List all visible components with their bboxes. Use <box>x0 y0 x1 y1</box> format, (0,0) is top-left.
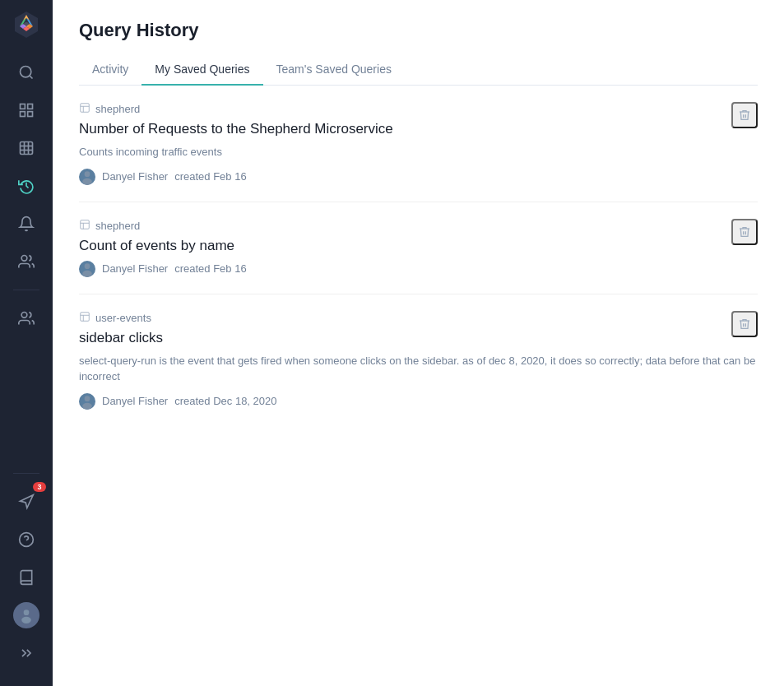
tab-my-saved-queries[interactable]: My Saved Queries <box>141 54 262 86</box>
delete-query-button[interactable] <box>731 102 758 128</box>
sidebar-divider-2 <box>13 473 39 474</box>
delete-query-button[interactable] <box>731 311 758 337</box>
query-created: created Feb 16 <box>174 262 246 275</box>
query-title[interactable]: Count of events by name <box>79 238 758 254</box>
trash-icon <box>738 109 751 122</box>
svg-point-29 <box>85 263 90 269</box>
svg-point-30 <box>82 270 92 276</box>
svg-rect-10 <box>21 104 26 109</box>
author-name: Danyel Fisher <box>102 262 168 275</box>
author-avatar <box>79 393 95 410</box>
svg-rect-31 <box>81 312 90 321</box>
svg-point-33 <box>82 402 92 409</box>
query-item: user-events sidebar clicks select-query-… <box>79 294 758 426</box>
sidebar-item-grid[interactable] <box>10 132 43 165</box>
query-created: created Feb 16 <box>174 170 246 183</box>
author-avatar <box>79 261 95 277</box>
source-icon-wrap <box>79 219 90 233</box>
svg-point-19 <box>21 256 27 262</box>
grid-icon <box>18 140 35 156</box>
logo-icon <box>12 10 41 39</box>
delete-query-button[interactable] <box>731 219 758 245</box>
source-icon-wrap <box>79 102 90 116</box>
source-icon <box>79 219 90 230</box>
svg-rect-28 <box>81 220 90 229</box>
source-name: shepherd <box>95 103 140 115</box>
query-source: shepherd <box>79 219 758 233</box>
author-name: Danyel Fisher <box>102 170 168 183</box>
sidebar-item-queries[interactable] <box>10 56 43 89</box>
app-logo[interactable] <box>12 10 41 43</box>
svg-point-7 <box>24 22 29 27</box>
sidebar-item-expand[interactable] <box>10 637 43 670</box>
page-header: Query History Activity My Saved Queries … <box>53 0 784 86</box>
query-title[interactable]: Number of Requests to the Shepherd Micro… <box>79 121 758 137</box>
main-content: Query History Activity My Saved Queries … <box>53 0 784 686</box>
query-source: user-events <box>79 311 758 325</box>
query-meta: Danyel Fisher created Feb 16 <box>79 261 758 277</box>
sidebar-item-history[interactable] <box>10 169 43 202</box>
query-meta: Danyel Fisher created Dec 18, 2020 <box>79 393 758 410</box>
sidebar-item-users[interactable] <box>10 302 43 335</box>
bell-icon <box>18 216 35 232</box>
page-title: Query History <box>79 20 758 41</box>
sidebar-navigation <box>10 56 43 466</box>
author-avatar-wrap <box>79 169 95 185</box>
author-avatar-wrap <box>79 393 95 410</box>
book-icon <box>18 569 35 586</box>
svg-line-9 <box>30 76 33 79</box>
sidebar-item-team[interactable] <box>10 245 43 278</box>
source-icon-wrap <box>79 311 90 325</box>
query-list: shepherd Number of Requests to the Sheph… <box>53 86 784 686</box>
query-item: shepherd Number of Requests to the Sheph… <box>79 86 758 202</box>
source-name: shepherd <box>95 220 140 232</box>
svg-rect-11 <box>28 104 33 109</box>
source-icon <box>79 311 90 322</box>
sidebar: 3 <box>0 0 53 686</box>
query-title[interactable]: sidebar clicks <box>79 330 758 346</box>
history-icon <box>18 178 35 194</box>
sidebar-item-board[interactable] <box>10 94 43 127</box>
svg-rect-13 <box>28 112 33 117</box>
board-icon <box>18 102 35 118</box>
svg-point-26 <box>85 171 90 177</box>
user-avatar <box>13 602 39 628</box>
author-avatar <box>79 169 95 185</box>
svg-rect-14 <box>21 142 33 155</box>
sidebar-item-notifications[interactable]: 3 <box>10 485 43 518</box>
author-avatar-wrap <box>79 261 95 277</box>
svg-point-24 <box>21 617 31 623</box>
sidebar-item-profile[interactable] <box>10 599 43 632</box>
sidebar-item-help[interactable] <box>10 523 43 556</box>
sidebar-divider-1 <box>13 290 39 290</box>
help-icon <box>18 531 35 548</box>
sidebar-bottom: 3 <box>10 466 43 676</box>
source-icon <box>79 102 90 114</box>
svg-point-8 <box>21 67 31 77</box>
svg-rect-25 <box>81 104 90 113</box>
svg-point-20 <box>21 313 27 318</box>
source-name: user-events <box>95 312 151 324</box>
query-item: shepherd Count of events by name Danyel … <box>79 202 758 294</box>
megaphone-icon <box>18 494 35 510</box>
sidebar-item-docs[interactable] <box>10 561 43 594</box>
users-icon <box>18 310 35 327</box>
query-description: Counts incoming traffic events <box>79 144 758 160</box>
svg-point-32 <box>85 396 90 401</box>
svg-point-23 <box>24 610 30 615</box>
query-meta: Danyel Fisher created Feb 16 <box>79 169 758 185</box>
svg-rect-12 <box>21 112 26 117</box>
tab-team-saved-queries[interactable]: Team's Saved Queries <box>263 54 405 86</box>
trash-icon <box>738 318 751 331</box>
sidebar-item-alerts[interactable] <box>10 207 43 240</box>
queries-icon <box>18 64 35 81</box>
trash-icon <box>738 225 751 239</box>
avatar-image <box>18 607 35 623</box>
query-description: select-query-run is the event that gets … <box>79 353 758 385</box>
expand-icon <box>18 645 35 661</box>
tabs-nav: Activity My Saved Queries Team's Saved Q… <box>79 54 758 86</box>
author-name: Danyel Fisher <box>102 395 168 407</box>
tab-activity[interactable]: Activity <box>79 54 141 86</box>
query-source: shepherd <box>79 102 758 116</box>
team-icon <box>18 253 35 270</box>
